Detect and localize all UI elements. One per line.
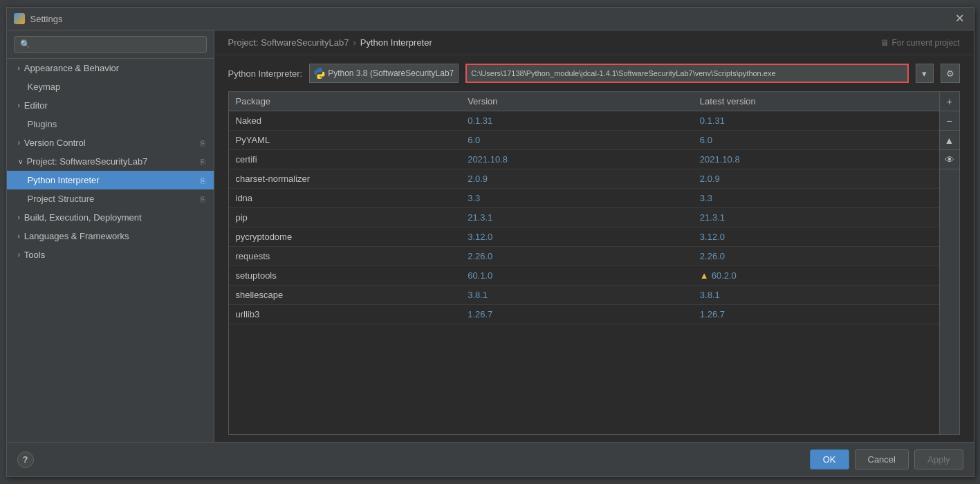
title-bar: Settings ✕ (7, 8, 974, 30)
table-row[interactable]: pycryptodome3.12.03.12.0 (229, 227, 939, 247)
bottom-bar: ? OK Cancel Apply (7, 442, 974, 476)
interpreter-path-text: C:\Users\17138\Python_module\jdcal-1.4.1… (471, 69, 775, 77)
sidebar-item-label: Plugins (28, 119, 57, 129)
copy-icon: ⎘ (201, 195, 205, 203)
sidebar-item-project[interactable]: ∨Project: SoftwareSecurityLab7⎘ (7, 152, 214, 171)
sidebar-item-keymap[interactable]: Keymap (7, 77, 214, 96)
cell-package: charset-normalizer (236, 172, 468, 185)
python-icon (314, 68, 325, 79)
arrow-icon: › (18, 251, 20, 259)
interpreter-label: Python Interpreter: (228, 68, 303, 79)
sidebar: ›Appearance & BehaviorKeymap›EditorPlugi… (7, 30, 214, 442)
header-latest: Latest version (700, 96, 932, 106)
sidebar-item-label: Keymap (28, 82, 61, 92)
bottom-bar-left: ? (17, 452, 34, 468)
breadcrumb-page: Python Interpreter (360, 37, 432, 48)
help-button[interactable]: ? (17, 452, 34, 468)
table-row[interactable]: idna3.33.3 (229, 189, 939, 208)
cell-package: Naked (236, 114, 468, 127)
table-action-buttons: + − ▲ 👁 (939, 92, 959, 434)
cell-version: 0.1.31 (468, 114, 700, 127)
settings-dialog: Settings ✕ ›Appearance & BehaviorKeymap›… (6, 7, 974, 477)
cell-package: urllib3 (236, 308, 468, 321)
table-row[interactable]: certifi2021.10.82021.10.8 (229, 150, 939, 169)
sidebar-item-label: Languages & Frameworks (24, 231, 129, 241)
interpreter-row: Python Interpreter: Python 3.8 (Software… (214, 55, 974, 91)
interpreter-dropdown-button[interactable]: ▾ (916, 64, 934, 83)
copy-icon: ⎘ (201, 176, 205, 185)
cell-package: pip (236, 211, 468, 224)
table-row[interactable]: setuptools60.1.0▲60.2.0 (229, 266, 939, 286)
cell-version: 3.8.1 (468, 288, 700, 301)
ok-button[interactable]: OK (810, 449, 849, 469)
sidebar-item-version-control[interactable]: ›Version Control⎘ (7, 133, 214, 152)
copy-icon: ⎘ (201, 158, 205, 166)
cell-latest: 3.3 (700, 192, 932, 205)
table-header: Package Version Latest version (229, 92, 939, 111)
breadcrumb-project: Project: SoftwareSecurityLab7 (228, 37, 349, 48)
breadcrumb-separator: › (353, 37, 355, 48)
cell-package: idna (236, 192, 468, 205)
cell-version: 1.26.7 (468, 308, 700, 321)
cell-version: 2021.10.8 (468, 153, 700, 166)
toggle-view-button[interactable]: 👁 (940, 150, 959, 169)
interpreter-selector[interactable]: Python 3.8 (SoftwareSecurityLab7 (309, 64, 459, 83)
cancel-button[interactable]: Cancel (855, 449, 909, 469)
sidebar-item-plugins[interactable]: Plugins (7, 115, 214, 133)
sidebar-item-label: Project: SoftwareSecurityLab7 (27, 156, 148, 167)
sidebar-item-label: Project Structure (28, 194, 95, 204)
sidebar-item-project-structure[interactable]: Project Structure⎘ (7, 189, 214, 208)
sidebar-item-python-interpreter[interactable]: Python Interpreter⎘ (7, 171, 214, 189)
interpreter-settings-button[interactable]: ⚙ (941, 64, 960, 83)
cell-latest: 2021.10.8 (700, 153, 932, 166)
copy-icon: ⎘ (201, 139, 205, 147)
sidebar-item-label: Tools (24, 250, 45, 260)
sidebar-item-editor[interactable]: ›Editor (7, 96, 214, 115)
sidebar-item-tools[interactable]: ›Tools (7, 245, 214, 264)
table-row[interactable]: PyYAML6.06.0 (229, 131, 939, 150)
sidebar-item-label: Build, Execution, Deployment (24, 212, 142, 223)
table-row[interactable]: shellescape3.8.13.8.1 (229, 286, 939, 305)
upgrade-package-button[interactable]: ▲ (940, 131, 959, 150)
cell-package: certifi (236, 153, 468, 166)
gear-icon: ⚙ (946, 68, 954, 79)
close-button[interactable]: ✕ (952, 12, 967, 26)
table-inner: Package Version Latest version Naked0.1.… (229, 92, 939, 434)
arrow-icon: › (18, 232, 20, 240)
cell-latest: 0.1.31 (700, 114, 932, 127)
apply-button[interactable]: Apply (914, 449, 963, 469)
cell-version: 3.12.0 (468, 230, 700, 243)
sidebar-items-list: ›Appearance & BehaviorKeymap›EditorPlugi… (7, 59, 214, 264)
interpreter-path: C:\Users\17138\Python_module\jdcal-1.4.1… (465, 64, 908, 83)
sidebar-item-languages[interactable]: ›Languages & Frameworks (7, 227, 214, 245)
sidebar-item-appearance[interactable]: ›Appearance & Behavior (7, 59, 214, 77)
table-row[interactable]: requests2.26.02.26.0 (229, 247, 939, 266)
table-body: Naked0.1.310.1.31PyYAML6.06.0certifi2021… (229, 111, 939, 434)
arrow-icon: ∨ (18, 158, 23, 165)
arrow-icon: › (18, 214, 20, 221)
remove-package-button[interactable]: − (940, 111, 959, 131)
table-row[interactable]: urllib31.26.71.26.7 (229, 305, 939, 324)
cell-version: 6.0 (468, 133, 700, 147)
search-container (7, 30, 214, 59)
cell-latest: 21.3.1 (700, 211, 932, 224)
sidebar-item-build[interactable]: ›Build, Execution, Deployment (7, 208, 214, 227)
for-project-label: 🖥 For current project (880, 38, 959, 48)
table-row[interactable]: pip21.3.121.3.1 (229, 208, 939, 227)
add-package-button[interactable]: + (940, 92, 959, 111)
header-version: Version (468, 96, 700, 106)
arrow-icon: › (18, 102, 20, 109)
cell-package: PyYAML (236, 133, 468, 147)
cell-version: 21.3.1 (468, 211, 700, 224)
dropdown-arrow-icon: ▾ (922, 68, 927, 79)
breadcrumb: Project: SoftwareSecurityLab7 › Python I… (214, 30, 974, 55)
right-panel: Project: SoftwareSecurityLab7 › Python I… (214, 30, 974, 442)
cell-latest: ▲60.2.0 (700, 269, 932, 282)
table-row[interactable]: Naked0.1.310.1.31 (229, 111, 939, 131)
search-input[interactable] (14, 36, 207, 53)
cell-version: 3.3 (468, 192, 700, 205)
cell-package: setuptools (236, 269, 468, 282)
interpreter-name: Python 3.8 (SoftwareSecurityLab7 (328, 68, 454, 78)
table-row[interactable]: charset-normalizer2.0.92.0.9 (229, 169, 939, 189)
main-content: ›Appearance & BehaviorKeymap›EditorPlugi… (7, 30, 974, 442)
